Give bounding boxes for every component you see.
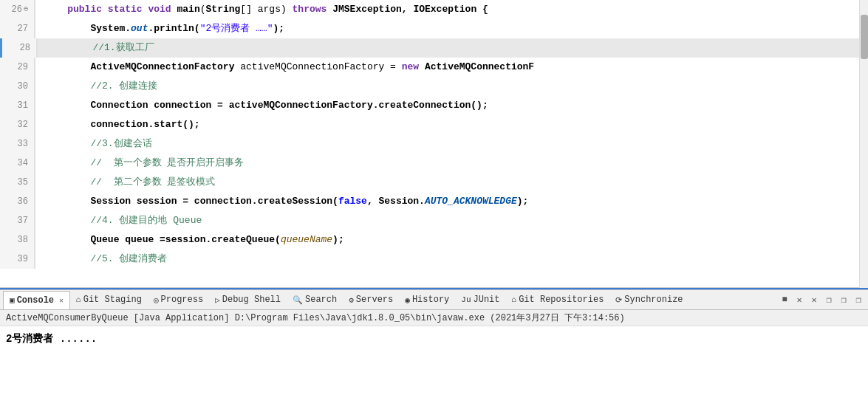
- git-staging-tab-icon: ⌂: [76, 295, 81, 304]
- code-token: [44, 115, 90, 134]
- bottom-panel: ▣Console✕⌂Git Staging◎Progress▷Debug She…: [0, 288, 868, 409]
- line-content: //3.创建会话: [35, 134, 152, 154]
- tab-search[interactable]: 🔍Search: [287, 290, 343, 309]
- synchronize-tab-icon: ⟳: [615, 295, 622, 305]
- tab-action-btn-5[interactable]: ❐: [852, 293, 865, 306]
- line-number: 38: [0, 230, 35, 250]
- code-token: //4. 创建目的地 Queue: [90, 211, 202, 230]
- tab-synchronize[interactable]: ⟳Synchronize: [609, 290, 688, 309]
- search-tab-label: Search: [305, 295, 337, 305]
- fold-icon[interactable]: ⊖: [24, 0, 28, 19]
- progress-tab-label: Progress: [161, 295, 204, 305]
- line-number: 28: [2, 38, 38, 58]
- console-tab-label: Console: [17, 295, 54, 306]
- tab-git-repos[interactable]: ⌂Git Repositories: [506, 290, 610, 309]
- code-token: main: [177, 0, 200, 19]
- tab-action-btn-3[interactable]: ❐: [822, 293, 835, 306]
- console-close-icon[interactable]: ✕: [59, 296, 64, 305]
- code-token: void: [148, 0, 171, 19]
- line-content: Session session = connection.createSessi…: [35, 192, 528, 211]
- line-number: 27: [0, 19, 35, 38]
- code-token: (: [200, 0, 206, 19]
- code-token: // 第二个参数 是签收模式: [90, 173, 215, 192]
- debug-shell-tab-label: Debug Shell: [222, 295, 281, 305]
- code-line: 33 //3.创建会话: [0, 134, 859, 154]
- line-content: Connection connection = activeMQConnecti…: [35, 96, 488, 115]
- line-number: 35: [0, 173, 35, 192]
- tab-servers[interactable]: ⚙Servers: [343, 290, 399, 309]
- code-line: 30 //2. 创建连接: [0, 77, 859, 96]
- line-content: // 第一个参数 是否开启开启事务: [35, 154, 244, 173]
- line-number: 29: [0, 58, 35, 77]
- tab-progress[interactable]: ◎Progress: [148, 290, 209, 309]
- scrollbar-thumb[interactable]: [861, 15, 868, 59]
- vertical-scrollbar[interactable]: [859, 0, 868, 288]
- code-line: 28 //1.获取工厂: [0, 38, 859, 58]
- code-token: [44, 134, 90, 154]
- line-number: 39: [0, 250, 35, 269]
- code-token: connection.start();: [90, 115, 199, 134]
- code-line: 38 Queue queue =session.createQueue(queu…: [0, 230, 859, 250]
- code-token: out: [131, 19, 148, 38]
- tab-action-btn-1[interactable]: ✕: [793, 293, 806, 306]
- code-token: .println(: [148, 19, 199, 38]
- code-token: [47, 38, 92, 58]
- tab-action-btn-0[interactable]: ■: [778, 293, 791, 306]
- line-content: connection.start();: [35, 115, 200, 134]
- code-token: [44, 77, 90, 96]
- code-token: [] args): [240, 0, 292, 19]
- line-number: 30: [0, 77, 35, 96]
- code-lines: 26⊖ public static void main(String[] arg…: [0, 0, 859, 287]
- code-token: [102, 0, 108, 19]
- code-token: );: [273, 19, 284, 38]
- code-token: [44, 154, 90, 173]
- line-content: Queue queue =session.createQueue(queueNa…: [35, 230, 344, 250]
- code-token: [44, 19, 90, 38]
- console-path: ActiveMQConsumerByQueue [Java Applicatio…: [0, 310, 868, 326]
- tab-git-staging[interactable]: ⌂Git Staging: [70, 290, 148, 309]
- code-token: //2. 创建连接: [90, 77, 157, 96]
- tab-junit[interactable]: JuJUnit: [455, 290, 505, 309]
- line-content: //4. 创建目的地 Queue: [35, 211, 202, 230]
- tab-history[interactable]: ◉History: [399, 290, 455, 309]
- code-token: String: [206, 0, 241, 19]
- code-token: activeMQConnectionFactory =: [234, 58, 401, 77]
- code-token: //3.创建会话: [90, 134, 151, 154]
- code-token: //5. 创建消费者: [90, 250, 167, 269]
- console-text: 2号消费者 ......: [6, 329, 862, 348]
- line-number: 36: [0, 192, 35, 211]
- junit-tab-label: JUnit: [474, 295, 500, 305]
- progress-tab-icon: ◎: [154, 295, 159, 305]
- tab-action-buttons: ■✕✕❐❐❐: [778, 293, 865, 306]
- console-output: 2号消费者 ......: [0, 326, 868, 409]
- code-token: [44, 211, 90, 230]
- git-repos-tab-icon: ⌂: [512, 295, 517, 304]
- code-token: [44, 96, 90, 115]
- synchronize-tab-label: Synchronize: [624, 295, 683, 305]
- code-token: "2号消费者 ……": [200, 19, 273, 38]
- tab-debug-shell[interactable]: ▷Debug Shell: [209, 290, 287, 309]
- code-token: queue =session.createQueue(: [119, 230, 280, 250]
- tab-action-btn-4[interactable]: ❐: [837, 293, 850, 306]
- line-content: System.out.println("2号消费者 ……");: [35, 19, 284, 38]
- code-token: new: [402, 58, 419, 77]
- code-token: //1.获取工厂: [92, 38, 154, 58]
- line-content: ActiveMQConnectionFactory activeMQConnec…: [35, 58, 534, 77]
- code-token: [44, 250, 90, 269]
- code-token: Queue: [90, 230, 119, 250]
- line-content: //1.获取工厂: [38, 38, 154, 58]
- tab-action-btn-2[interactable]: ✕: [807, 293, 821, 306]
- code-token: , Session.: [367, 192, 425, 211]
- line-content: //2. 创建连接: [35, 77, 157, 96]
- code-editor: 26⊖ public static void main(String[] arg…: [0, 0, 868, 288]
- code-line: 26⊖ public static void main(String[] arg…: [0, 0, 859, 19]
- line-content: //5. 创建消费者: [35, 250, 167, 269]
- code-token: [44, 173, 90, 192]
- code-line: 35 // 第二个参数 是签收模式: [0, 173, 859, 192]
- code-line: 31 Connection connection = activeMQConne…: [0, 96, 859, 115]
- tab-console[interactable]: ▣Console✕: [3, 291, 70, 310]
- code-token: );: [332, 230, 344, 250]
- line-number: 37: [0, 211, 35, 230]
- servers-tab-icon: ⚙: [349, 295, 354, 305]
- search-tab-icon: 🔍: [293, 295, 303, 305]
